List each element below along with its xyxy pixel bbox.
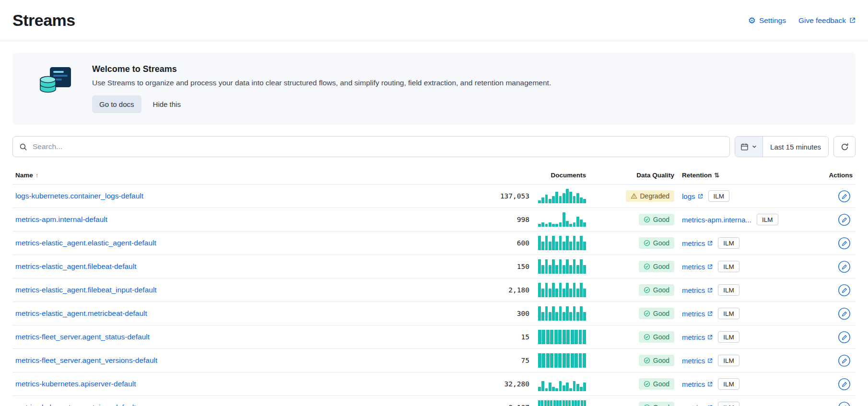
retention-policy-link[interactable]: metrics	[682, 333, 713, 341]
stream-name-link[interactable]: metrics-kubernetes.container-default	[15, 403, 136, 406]
column-header-retention[interactable]: Retention ⇅	[682, 172, 821, 179]
spark-bar	[563, 330, 566, 344]
stream-name-link[interactable]: metrics-fleet_server.agent_versions-defa…	[15, 356, 157, 364]
quality-badge: Good	[639, 284, 674, 296]
retention-cell: metrics ILM	[682, 261, 821, 272]
spark-bar	[538, 400, 540, 406]
spark-bar	[549, 222, 551, 227]
retention-policy-link[interactable]: metrics	[682, 404, 713, 406]
column-header-name[interactable]: Name ↑	[15, 172, 433, 179]
retention-policy-link[interactable]: metrics	[682, 286, 713, 294]
edit-stream-button[interactable]	[837, 400, 852, 406]
stream-name-link[interactable]: logs-kubernetes.container_logs-default	[15, 192, 143, 200]
spark-bar	[566, 189, 569, 203]
data-quality-cell: Good	[586, 237, 682, 249]
document-count: 600	[517, 239, 529, 247]
spark-bar	[545, 224, 548, 227]
give-feedback-link[interactable]: Give feedback	[798, 16, 856, 25]
edit-stream-button[interactable]	[837, 259, 852, 274]
sparkline	[538, 353, 586, 368]
edit-stream-button[interactable]	[837, 330, 852, 345]
refresh-icon	[841, 143, 849, 151]
search-input[interactable]	[32, 142, 723, 151]
spark-bar	[541, 312, 544, 321]
spark-bar	[538, 330, 541, 344]
retention-policy-link[interactable]: metrics	[682, 263, 713, 271]
spark-bar	[555, 388, 558, 391]
retention-policy-link[interactable]: metrics	[682, 310, 713, 318]
name-cell: logs-kubernetes.container_logs-default	[15, 192, 433, 200]
retention-policy-link[interactable]: metrics	[682, 357, 713, 365]
retention-policy-link[interactable]: metrics	[682, 239, 713, 247]
sparkline	[538, 212, 586, 227]
spark-bar	[541, 197, 544, 203]
edit-stream-button[interactable]	[837, 306, 852, 321]
ilm-badge: ILM	[718, 284, 739, 296]
check-circle-icon	[644, 334, 650, 340]
edit-stream-button[interactable]	[837, 236, 852, 251]
sort-ascending-icon: ↑	[35, 172, 39, 179]
stream-name-link[interactable]: metrics-kubernetes.apiserver-default	[15, 380, 136, 388]
spark-bar	[550, 353, 553, 368]
stream-name-link[interactable]: metrics-elastic_agent.metricbeat-default	[15, 309, 147, 317]
column-retention-label: Retention	[682, 172, 712, 179]
spark-bar	[566, 353, 570, 368]
spark-bar	[558, 353, 562, 368]
retention-policy-link[interactable]: metrics-apm.interna...	[682, 216, 751, 224]
table-row: logs-kubernetes.container_logs-default 1…	[12, 184, 856, 208]
quality-label: Good	[653, 310, 669, 317]
edit-stream-button[interactable]	[837, 212, 852, 227]
retention-cell: metrics ILM	[682, 402, 821, 406]
retention-cell: metrics-apm.interna... ILM	[682, 214, 821, 225]
calendar-icon	[740, 143, 749, 151]
date-picker-group: Last 15 minutes	[735, 136, 829, 157]
spark-bar	[559, 196, 562, 203]
hide-this-button[interactable]: Hide this	[153, 100, 181, 108]
edit-stream-button[interactable]	[837, 189, 852, 204]
stream-name-link[interactable]: metrics-fleet_server.agent_status-defaul…	[15, 333, 150, 341]
welcome-description: Use Streams to organize and process your…	[92, 79, 551, 87]
stream-name-link[interactable]: metrics-elastic_agent.filebeat_input-def…	[15, 286, 157, 294]
spark-bar	[576, 217, 579, 227]
spark-bar	[559, 400, 562, 406]
spark-bar	[552, 283, 555, 297]
spark-bar	[538, 224, 541, 227]
go-to-docs-button[interactable]: Go to docs	[92, 95, 141, 113]
quick-select-button[interactable]	[735, 137, 763, 157]
spark-bar	[566, 306, 569, 321]
settings-link[interactable]: ⚙ Settings	[748, 16, 786, 25]
ilm-badge: ILM	[708, 190, 730, 202]
ilm-badge: ILM	[718, 261, 739, 272]
edit-stream-button[interactable]	[837, 377, 852, 392]
quality-label: Good	[653, 286, 669, 294]
warning-triangle-icon	[631, 193, 637, 199]
name-cell: metrics-kubernetes.container-default	[15, 403, 433, 406]
spark-bar	[563, 242, 565, 250]
time-range-button[interactable]: Last 15 minutes	[763, 137, 828, 157]
stream-name-link[interactable]: metrics-elastic_agent.filebeat-default	[15, 262, 136, 270]
edit-stream-button[interactable]	[837, 353, 852, 368]
name-cell: metrics-fleet_server.agent_versions-defa…	[15, 356, 433, 365]
spark-bar	[550, 400, 552, 406]
quality-label: Good	[653, 263, 669, 270]
retention-policy-link[interactable]: metrics	[682, 380, 713, 388]
data-quality-cell: Good	[586, 284, 682, 296]
spark-bar	[549, 289, 551, 297]
spark-bar	[555, 289, 558, 297]
spark-bar	[576, 265, 579, 274]
document-count: 998	[517, 216, 529, 223]
ilm-badge: ILM	[718, 402, 739, 406]
spark-bar	[538, 353, 541, 368]
retention-policy-link[interactable]: logs	[682, 192, 703, 200]
stream-name-link[interactable]: metrics-apm.internal-default	[15, 215, 107, 223]
table-row: metrics-fleet_server.agent_versions-defa…	[12, 348, 856, 372]
edit-stream-button[interactable]	[837, 283, 852, 298]
refresh-button[interactable]	[833, 136, 856, 157]
spark-bar	[545, 306, 548, 321]
documents-cell: 600	[433, 236, 586, 250]
edit-pencil-icon	[838, 401, 851, 406]
ilm-badge: ILM	[718, 331, 739, 343]
retention-cell: metrics ILM	[682, 355, 821, 366]
column-header-data-quality: Data Quality	[586, 172, 682, 179]
stream-name-link[interactable]: metrics-elastic_agent.elastic_agent-defa…	[15, 239, 156, 247]
